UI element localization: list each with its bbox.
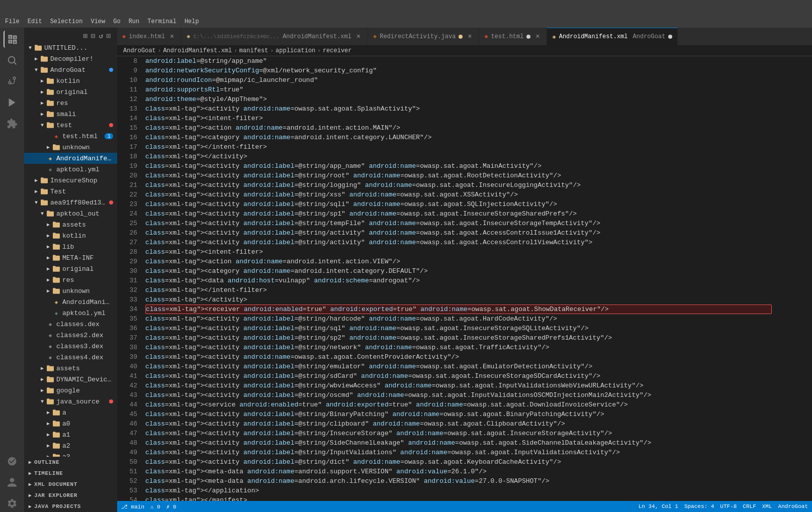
remote-activity-icon[interactable] (4, 453, 21, 470)
xml-document-section[interactable]: ▶ XML DOCUMENT (24, 479, 117, 490)
status-item[interactable]: ⚠ 0 (150, 503, 160, 510)
tree-item-testfolder[interactable]: ▶Test (24, 186, 117, 197)
tree-item-classes3-dex[interactable]: ◈classes3.dex (24, 341, 117, 352)
tree-item-unknown2[interactable]: ▶unknown (24, 285, 117, 296)
tab-label: AndroidManifest.xml (283, 33, 351, 40)
tree-item-aea91ff80ed13c[interactable]: ▼aea91ff80ed13c... (24, 197, 117, 208)
line-number: 28 (117, 247, 137, 257)
tree-item-insecureshop[interactable]: ▶InsecureShop (24, 175, 117, 186)
search-activity-icon[interactable] (4, 52, 21, 69)
tab-index-html[interactable]: ◈index.html× (117, 28, 182, 45)
java-projects-section[interactable]: ▶ JAVA PROJECTS (24, 501, 117, 512)
tree-item-androgoat[interactable]: ▼AndroGoat (24, 64, 117, 75)
status-item[interactable]: ⎇ main (121, 503, 144, 510)
line-number: 50 (117, 457, 137, 467)
menu-item-selection[interactable]: Selection (50, 18, 83, 25)
tab-androidmanifest-tab[interactable]: ◈C:\...\3d351e8fc20c340c... AndroidManif… (182, 28, 368, 45)
tree-item-original2[interactable]: ▶original (24, 263, 117, 274)
refresh-icon[interactable]: ↺ (99, 32, 103, 40)
tree-item-classes-dex[interactable]: ◈classes.dex (24, 319, 117, 330)
tree-item-unknown1[interactable]: ▶unknown (24, 142, 117, 153)
tree-item-java-source[interactable]: ▼java_source (24, 396, 117, 407)
timeline-section[interactable]: ▶ TIMELINE (24, 468, 117, 479)
tab-type-icon: ◈ (373, 33, 377, 40)
tree-item-androidmanifest2[interactable]: ◈AndroidManifest.xml (24, 296, 117, 308)
tree-item-a3[interactable]: ▶a3 (24, 451, 117, 457)
line-number: 53 (117, 486, 137, 495)
breadcrumb-part[interactable]: application (276, 47, 315, 54)
outline-section[interactable]: ▶ OUTLINE (24, 457, 117, 468)
menu-item-go[interactable]: Go (113, 18, 120, 25)
tree-item-google[interactable]: ▶google (24, 385, 117, 396)
tab-sublabel: AndroGoat (633, 33, 666, 40)
extensions-activity-icon[interactable] (4, 115, 21, 132)
tree-item-a[interactable]: ▶a (24, 407, 117, 418)
tab-redirectactivity[interactable]: ◈RedirectActivity.java× (368, 28, 479, 45)
account-activity-icon[interactable] (4, 474, 21, 491)
menu-item-terminal[interactable]: Terminal (147, 18, 176, 25)
tab-testhtml-tab[interactable]: ◈test.html× (479, 28, 547, 45)
tree-arrow-a3: ▶ (44, 453, 52, 457)
tab-close-button[interactable]: × (533, 33, 542, 41)
tab-close-button[interactable]: × (354, 33, 363, 41)
status-item-right[interactable]: CRLF (743, 503, 756, 509)
menu-item-edit[interactable]: Edit (28, 18, 42, 25)
tree-item-dynamic-devicedata[interactable]: ▶DYNAMIC_DeviceData (24, 374, 117, 385)
folder-icon (46, 88, 54, 96)
breadcrumb-part[interactable]: receiver (323, 47, 352, 54)
status-item-right[interactable]: Spaces: 4 (684, 503, 714, 509)
breadcrumb-part[interactable]: AndroidManifest.xml (163, 47, 232, 54)
tree-item-apktool_out[interactable]: ▼apktool_out (24, 208, 117, 219)
tree-item-classes4-dex[interactable]: ◈classes4.dex (24, 352, 117, 363)
breadcrumb-part[interactable]: manifest (239, 47, 268, 54)
menu-item-view[interactable]: View (91, 18, 105, 25)
menu-item-file[interactable]: File (5, 18, 20, 25)
tree-item-kotlin2[interactable]: ▶kotlin (24, 230, 117, 241)
tree-item-res[interactable]: ▶res (24, 97, 117, 109)
tree-dot (109, 200, 113, 204)
explorer-activity-icon[interactable] (4, 31, 21, 48)
tree-item-untitled[interactable]: ▼UNTITLED... (24, 42, 117, 53)
tree-item-assets2[interactable]: ▶assets (24, 363, 117, 374)
menu-item-run[interactable]: Run (129, 18, 140, 25)
status-item-right[interactable]: XML (762, 503, 772, 509)
tree-item-classes2-dex[interactable]: ◈classes2.dex (24, 330, 117, 341)
code-line: class=xml-tag"><intent-filter> (145, 114, 772, 123)
tree-dot (109, 68, 113, 72)
tree-item-original[interactable]: ▶original (24, 86, 117, 97)
menu-item-help[interactable]: Help (185, 18, 199, 25)
tab-androidmanifest-active[interactable]: ◈AndroidManifest.xmlAndroGoat (547, 28, 678, 45)
tree-item-a2[interactable]: ▶a2 (24, 440, 117, 451)
status-item[interactable]: ✗ 0 (166, 503, 176, 510)
tab-close-button[interactable]: × (466, 33, 474, 41)
tree-item-res2[interactable]: ▶res (24, 274, 117, 285)
run-activity-icon[interactable] (4, 94, 21, 111)
new-file-icon[interactable]: ⊞ (83, 32, 88, 40)
status-item-right[interactable]: UTF-8 (720, 503, 737, 509)
tree-item-a0[interactable]: ▶a0 (24, 418, 117, 429)
collapse-icon[interactable]: ⊡ (107, 32, 111, 40)
jar-explorer-section[interactable]: ▶ JAR EXPLORER (24, 490, 117, 501)
tree-item-smali[interactable]: ▶smali (24, 109, 117, 120)
tree-item-testhtml[interactable]: ◈test.html1 (24, 131, 117, 142)
source-control-activity-icon[interactable] (4, 73, 21, 90)
tree-item-apktoolyml2[interactable]: ◈apktool.yml (24, 308, 117, 319)
tab-close-button[interactable]: × (168, 33, 176, 41)
tree-item-decompiler[interactable]: ▶Decompiler! (24, 53, 117, 64)
settings-activity-icon[interactable] (4, 495, 21, 512)
status-item-right[interactable]: Ln 34, Col 1 (639, 503, 678, 509)
tree-item-androidmanifest[interactable]: ◈AndroidManifest.xml (24, 153, 117, 164)
tree-item-test[interactable]: ▼test (24, 120, 117, 131)
new-folder-icon[interactable]: ⊟ (91, 32, 96, 40)
breadcrumb-part[interactable]: AndroGoat (123, 47, 156, 54)
tree-item-lib[interactable]: ▶lib (24, 241, 117, 252)
tree-item-meta-inf[interactable]: ▶META-INF (24, 252, 117, 263)
status-item-right[interactable]: AndroGoat (778, 503, 808, 509)
code-area[interactable]: android:label=@string/app_name" android:… (141, 56, 772, 501)
tree-item-a1[interactable]: ▶a1 (24, 429, 117, 440)
tree-label: META-INF (62, 254, 113, 262)
tree-item-apktoolyml[interactable]: ◈apktool.yml (24, 164, 117, 175)
code-line[interactable]: class=xml-tag"><receiver android:enabled… (145, 304, 772, 314)
tree-item-assets[interactable]: ▶assets (24, 219, 117, 230)
tree-item-kotlin[interactable]: ▶kotlin (24, 75, 117, 86)
